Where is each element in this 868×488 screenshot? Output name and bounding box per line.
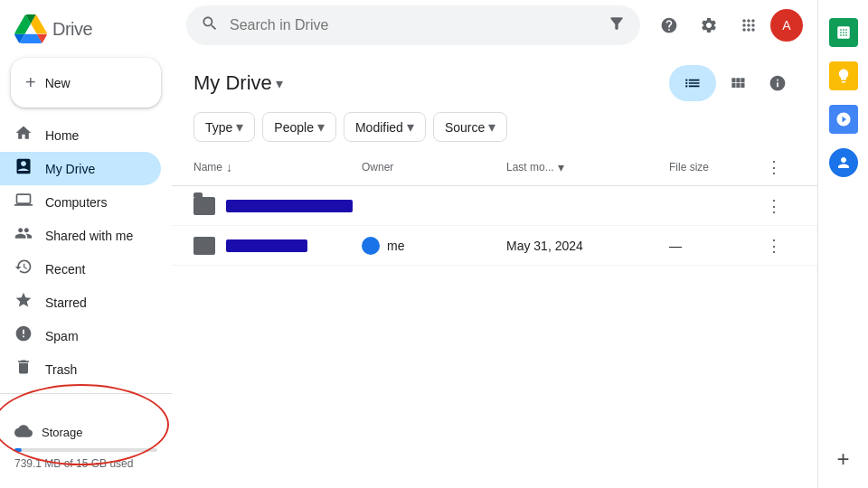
modified-sort-icon: ▾	[558, 160, 564, 174]
search-input[interactable]	[230, 17, 597, 33]
content-header: My Drive ▾	[172, 51, 817, 108]
size-column-header: File size	[669, 161, 760, 174]
new-button-label: New	[45, 76, 71, 90]
more-cell: ⋮	[760, 231, 796, 260]
new-button[interactable]: + New	[11, 58, 161, 108]
shared-icon	[14, 224, 33, 247]
table-row[interactable]: me May 31, 2024 — ⋮	[172, 226, 817, 266]
home-icon	[14, 124, 33, 146]
page-title: My Drive	[193, 71, 272, 95]
sidebar-item-trash[interactable]: Trash	[0, 352, 161, 386]
grid-view-button[interactable]	[720, 65, 756, 101]
table-row[interactable]: ⋮	[172, 186, 817, 226]
sidebar-computers-label: Computers	[45, 195, 107, 210]
sidebar-recent-label: Recent	[45, 262, 85, 277]
content-title[interactable]: My Drive ▾	[193, 71, 283, 95]
file-table: Name ↓ Owner Last mo... ▾ File size ⋮	[172, 149, 817, 488]
sidebar: Drive + New Home My Drive Computers Shar…	[0, 0, 172, 488]
starred-icon	[14, 291, 33, 314]
storage-bar-fill	[14, 448, 22, 452]
settings-button[interactable]	[691, 7, 727, 43]
avatar[interactable]: A	[770, 9, 803, 42]
row-more-button[interactable]: ⋮	[760, 231, 788, 260]
storage-section: Storage 739.1 MB of 15 GB used	[0, 411, 172, 481]
people-filter-label: People	[274, 120, 314, 135]
apps-button[interactable]	[731, 7, 767, 43]
add-panel-button[interactable]: +	[826, 441, 862, 477]
sidebar-item-home[interactable]: Home	[0, 118, 161, 152]
keep-icon	[829, 61, 858, 90]
sidebar-item-my-drive[interactable]: My Drive	[0, 152, 161, 185]
people-filter-arrow-icon: ▾	[317, 118, 325, 136]
help-button[interactable]	[651, 7, 687, 43]
sidebar-starred-label: Starred	[45, 296, 87, 310]
storage-used-text: 739.1 MB of 15 GB used	[14, 457, 157, 470]
modified-filter-label: Modified	[355, 120, 403, 135]
sidebar-item-recent[interactable]: Recent	[0, 252, 161, 286]
source-filter-chip[interactable]: Source ▾	[433, 112, 507, 142]
modified-filter-arrow-icon: ▾	[407, 118, 414, 136]
sidebar-shared-label: Shared with me	[45, 229, 133, 243]
sidebar-home-label: Home	[45, 128, 79, 143]
table-header: Name ↓ Owner Last mo... ▾ File size ⋮	[172, 149, 817, 186]
more-column-header: ⋮	[760, 153, 796, 182]
owner-label: me	[387, 239, 404, 253]
filter-bar: Type ▾ People ▾ Modified ▾ Source ▾	[172, 108, 817, 149]
name-header-label: Name	[193, 161, 222, 174]
spam-icon	[14, 324, 33, 347]
modified-column-header[interactable]: Last mo... ▾	[506, 160, 669, 174]
main-content: A My Drive ▾	[172, 0, 817, 488]
owner-cell: me	[362, 237, 506, 255]
list-view-button[interactable]	[669, 65, 716, 101]
type-filter-arrow-icon: ▾	[236, 118, 243, 136]
sidebar-item-shared[interactable]: Shared with me	[0, 219, 161, 252]
type-filter-label: Type	[205, 120, 232, 135]
owner-header-label: Owner	[362, 161, 393, 174]
content: My Drive ▾ Type ▾ Peopl	[172, 51, 817, 488]
size-header-label: File size	[669, 161, 709, 174]
source-filter-arrow-icon: ▾	[488, 118, 495, 136]
file-name-text	[226, 200, 353, 212]
modified-header-label: Last mo...	[506, 161, 554, 174]
storage-label[interactable]: Storage	[14, 422, 157, 443]
contacts-panel-icon[interactable]	[826, 145, 862, 181]
name-column-header[interactable]: Name ↓	[193, 160, 362, 174]
drive-logo-icon	[14, 14, 47, 43]
tasks-panel-icon[interactable]	[826, 101, 862, 137]
table-more-button[interactable]: ⋮	[760, 153, 788, 182]
sidebar-item-starred[interactable]: Starred	[0, 286, 161, 319]
tasks-icon	[829, 105, 858, 134]
sidebar-item-computers[interactable]: Computers	[0, 185, 161, 219]
search-bar[interactable]	[186, 5, 640, 45]
file-size-value: —	[669, 239, 682, 253]
recent-icon	[14, 258, 33, 280]
more-cell: ⋮	[760, 192, 796, 221]
folder-icon	[193, 197, 215, 215]
sidebar-spam-label: Spam	[45, 329, 79, 343]
owner-avatar	[362, 237, 380, 255]
app-logo: Drive	[0, 7, 172, 54]
file-name-text	[226, 239, 307, 252]
cloud-icon	[14, 422, 33, 443]
chevron-down-icon: ▾	[276, 75, 283, 92]
row-more-button[interactable]: ⋮	[760, 192, 788, 221]
topbar: A	[172, 0, 817, 51]
owner-column-header: Owner	[362, 161, 506, 174]
size-cell: —	[669, 239, 760, 253]
info-button[interactable]	[760, 65, 796, 101]
type-filter-chip[interactable]: Type ▾	[193, 112, 255, 142]
my-drive-icon	[14, 157, 33, 180]
filter-icon[interactable]	[608, 14, 626, 37]
storage-bar-background	[14, 448, 157, 452]
plus-icon: +	[826, 441, 862, 477]
view-toggle	[669, 65, 796, 101]
people-filter-chip[interactable]: People ▾	[262, 112, 336, 142]
modified-filter-chip[interactable]: Modified ▾	[344, 112, 426, 142]
keep-panel-icon[interactable]	[826, 58, 862, 94]
contacts-icon	[829, 148, 858, 177]
source-filter-label: Source	[445, 120, 485, 135]
sheets-panel-icon[interactable]	[826, 14, 862, 51]
app-title: Drive	[52, 19, 92, 40]
sidebar-item-spam[interactable]: Spam	[0, 319, 161, 352]
file-name-cell	[193, 197, 362, 215]
